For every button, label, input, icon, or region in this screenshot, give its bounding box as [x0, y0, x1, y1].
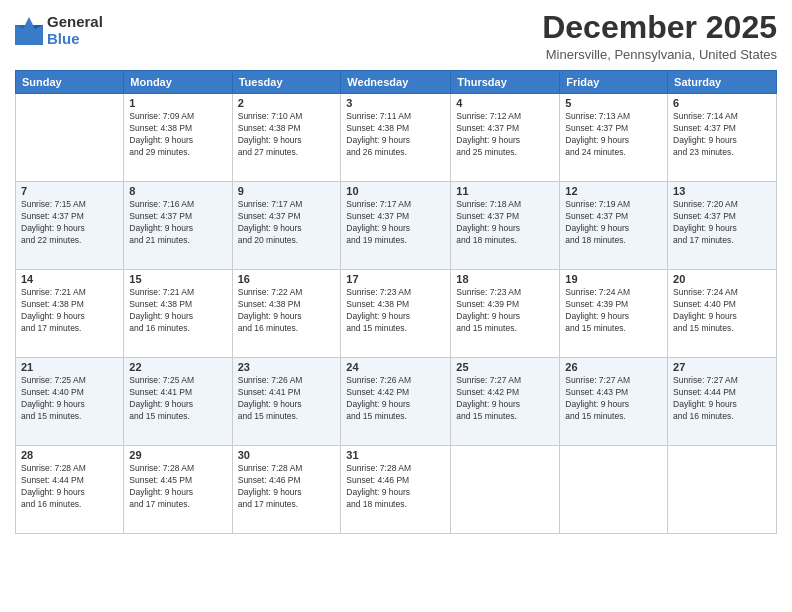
day-info: Sunrise: 7:28 AM Sunset: 4:45 PM Dayligh… [129, 463, 226, 511]
day-info: Sunrise: 7:09 AM Sunset: 4:38 PM Dayligh… [129, 111, 226, 159]
day-info: Sunrise: 7:27 AM Sunset: 4:44 PM Dayligh… [673, 375, 771, 423]
day-cell: 3Sunrise: 7:11 AM Sunset: 4:38 PM Daylig… [341, 94, 451, 182]
day-number: 3 [346, 97, 445, 109]
page: General Blue December 2025 Minersville, … [0, 0, 792, 612]
calendar-table: SundayMondayTuesdayWednesdayThursdayFrid… [15, 70, 777, 534]
day-number: 26 [565, 361, 662, 373]
day-cell: 8Sunrise: 7:16 AM Sunset: 4:37 PM Daylig… [124, 182, 232, 270]
logo-general-text: General [47, 14, 103, 31]
day-number: 30 [238, 449, 336, 461]
day-cell [451, 446, 560, 534]
day-cell: 7Sunrise: 7:15 AM Sunset: 4:37 PM Daylig… [16, 182, 124, 270]
day-info: Sunrise: 7:19 AM Sunset: 4:37 PM Dayligh… [565, 199, 662, 247]
day-cell: 21Sunrise: 7:25 AM Sunset: 4:40 PM Dayli… [16, 358, 124, 446]
logo: General Blue [15, 14, 103, 47]
day-number: 12 [565, 185, 662, 197]
day-cell: 16Sunrise: 7:22 AM Sunset: 4:38 PM Dayli… [232, 270, 341, 358]
week-row-4: 28Sunrise: 7:28 AM Sunset: 4:44 PM Dayli… [16, 446, 777, 534]
header: General Blue December 2025 Minersville, … [15, 10, 777, 62]
day-number: 18 [456, 273, 554, 285]
day-number: 21 [21, 361, 118, 373]
day-info: Sunrise: 7:14 AM Sunset: 4:37 PM Dayligh… [673, 111, 771, 159]
day-info: Sunrise: 7:28 AM Sunset: 4:44 PM Dayligh… [21, 463, 118, 511]
weekday-thursday: Thursday [451, 71, 560, 94]
day-info: Sunrise: 7:28 AM Sunset: 4:46 PM Dayligh… [238, 463, 336, 511]
day-number: 15 [129, 273, 226, 285]
week-row-3: 21Sunrise: 7:25 AM Sunset: 4:40 PM Dayli… [16, 358, 777, 446]
day-info: Sunrise: 7:21 AM Sunset: 4:38 PM Dayligh… [21, 287, 118, 335]
weekday-friday: Friday [560, 71, 668, 94]
day-cell [560, 446, 668, 534]
day-info: Sunrise: 7:11 AM Sunset: 4:38 PM Dayligh… [346, 111, 445, 159]
weekday-monday: Monday [124, 71, 232, 94]
day-number: 27 [673, 361, 771, 373]
day-number: 8 [129, 185, 226, 197]
day-cell [16, 94, 124, 182]
day-info: Sunrise: 7:16 AM Sunset: 4:37 PM Dayligh… [129, 199, 226, 247]
day-cell: 20Sunrise: 7:24 AM Sunset: 4:40 PM Dayli… [668, 270, 777, 358]
day-info: Sunrise: 7:17 AM Sunset: 4:37 PM Dayligh… [238, 199, 336, 247]
day-info: Sunrise: 7:18 AM Sunset: 4:37 PM Dayligh… [456, 199, 554, 247]
day-cell [668, 446, 777, 534]
day-cell: 27Sunrise: 7:27 AM Sunset: 4:44 PM Dayli… [668, 358, 777, 446]
day-info: Sunrise: 7:15 AM Sunset: 4:37 PM Dayligh… [21, 199, 118, 247]
day-info: Sunrise: 7:20 AM Sunset: 4:37 PM Dayligh… [673, 199, 771, 247]
day-info: Sunrise: 7:25 AM Sunset: 4:40 PM Dayligh… [21, 375, 118, 423]
day-number: 14 [21, 273, 118, 285]
day-cell: 11Sunrise: 7:18 AM Sunset: 4:37 PM Dayli… [451, 182, 560, 270]
day-number: 24 [346, 361, 445, 373]
day-number: 16 [238, 273, 336, 285]
title-block: December 2025 Minersville, Pennsylvania,… [542, 10, 777, 62]
week-row-1: 7Sunrise: 7:15 AM Sunset: 4:37 PM Daylig… [16, 182, 777, 270]
day-info: Sunrise: 7:21 AM Sunset: 4:38 PM Dayligh… [129, 287, 226, 335]
day-info: Sunrise: 7:26 AM Sunset: 4:41 PM Dayligh… [238, 375, 336, 423]
day-number: 13 [673, 185, 771, 197]
day-number: 29 [129, 449, 226, 461]
logo-blue-text: Blue [47, 31, 103, 48]
day-info: Sunrise: 7:23 AM Sunset: 4:38 PM Dayligh… [346, 287, 445, 335]
day-cell: 22Sunrise: 7:25 AM Sunset: 4:41 PM Dayli… [124, 358, 232, 446]
day-number: 23 [238, 361, 336, 373]
day-cell: 12Sunrise: 7:19 AM Sunset: 4:37 PM Dayli… [560, 182, 668, 270]
day-info: Sunrise: 7:25 AM Sunset: 4:41 PM Dayligh… [129, 375, 226, 423]
day-cell: 14Sunrise: 7:21 AM Sunset: 4:38 PM Dayli… [16, 270, 124, 358]
day-number: 22 [129, 361, 226, 373]
day-number: 20 [673, 273, 771, 285]
day-cell: 15Sunrise: 7:21 AM Sunset: 4:38 PM Dayli… [124, 270, 232, 358]
day-info: Sunrise: 7:24 AM Sunset: 4:40 PM Dayligh… [673, 287, 771, 335]
day-cell: 23Sunrise: 7:26 AM Sunset: 4:41 PM Dayli… [232, 358, 341, 446]
day-cell: 26Sunrise: 7:27 AM Sunset: 4:43 PM Dayli… [560, 358, 668, 446]
day-cell: 5Sunrise: 7:13 AM Sunset: 4:37 PM Daylig… [560, 94, 668, 182]
day-info: Sunrise: 7:17 AM Sunset: 4:37 PM Dayligh… [346, 199, 445, 247]
logo-icon [15, 17, 43, 45]
weekday-header-row: SundayMondayTuesdayWednesdayThursdayFrid… [16, 71, 777, 94]
day-info: Sunrise: 7:27 AM Sunset: 4:43 PM Dayligh… [565, 375, 662, 423]
day-number: 6 [673, 97, 771, 109]
day-cell: 4Sunrise: 7:12 AM Sunset: 4:37 PM Daylig… [451, 94, 560, 182]
day-number: 4 [456, 97, 554, 109]
day-number: 2 [238, 97, 336, 109]
day-number: 17 [346, 273, 445, 285]
day-number: 31 [346, 449, 445, 461]
day-cell: 17Sunrise: 7:23 AM Sunset: 4:38 PM Dayli… [341, 270, 451, 358]
day-info: Sunrise: 7:26 AM Sunset: 4:42 PM Dayligh… [346, 375, 445, 423]
day-info: Sunrise: 7:27 AM Sunset: 4:42 PM Dayligh… [456, 375, 554, 423]
day-info: Sunrise: 7:12 AM Sunset: 4:37 PM Dayligh… [456, 111, 554, 159]
day-cell: 30Sunrise: 7:28 AM Sunset: 4:46 PM Dayli… [232, 446, 341, 534]
location: Minersville, Pennsylvania, United States [542, 47, 777, 62]
day-number: 10 [346, 185, 445, 197]
logo-text: General Blue [47, 14, 103, 47]
day-number: 7 [21, 185, 118, 197]
week-row-2: 14Sunrise: 7:21 AM Sunset: 4:38 PM Dayli… [16, 270, 777, 358]
day-cell: 19Sunrise: 7:24 AM Sunset: 4:39 PM Dayli… [560, 270, 668, 358]
weekday-saturday: Saturday [668, 71, 777, 94]
day-cell: 24Sunrise: 7:26 AM Sunset: 4:42 PM Dayli… [341, 358, 451, 446]
svg-marker-0 [15, 17, 43, 45]
day-cell: 9Sunrise: 7:17 AM Sunset: 4:37 PM Daylig… [232, 182, 341, 270]
day-number: 19 [565, 273, 662, 285]
day-number: 9 [238, 185, 336, 197]
day-info: Sunrise: 7:13 AM Sunset: 4:37 PM Dayligh… [565, 111, 662, 159]
day-number: 5 [565, 97, 662, 109]
day-cell: 29Sunrise: 7:28 AM Sunset: 4:45 PM Dayli… [124, 446, 232, 534]
day-number: 11 [456, 185, 554, 197]
